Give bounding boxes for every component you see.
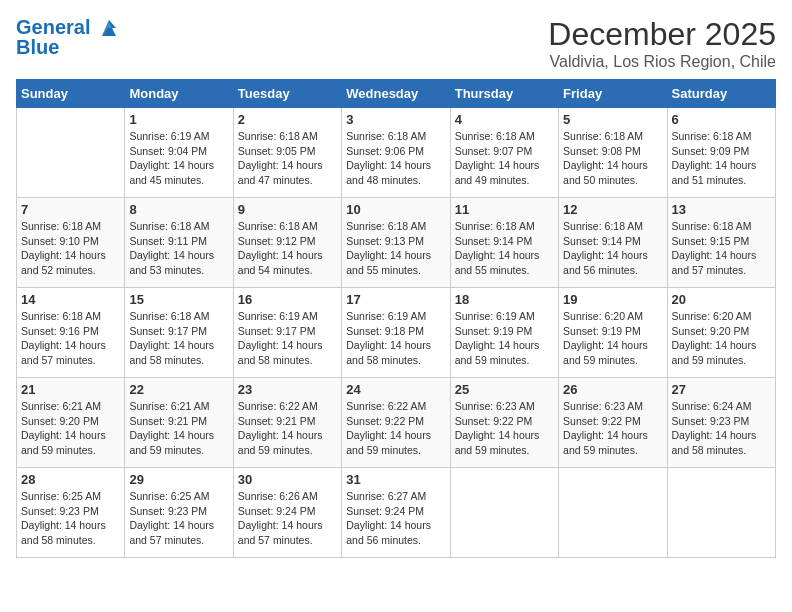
calendar-cell: 22Sunrise: 6:21 AMSunset: 9:21 PMDayligh…: [125, 378, 233, 468]
cell-info: Sunrise: 6:18 AMSunset: 9:14 PMDaylight:…: [563, 219, 662, 278]
calendar-cell: 28Sunrise: 6:25 AMSunset: 9:23 PMDayligh…: [17, 468, 125, 558]
calendar-cell: 10Sunrise: 6:18 AMSunset: 9:13 PMDayligh…: [342, 198, 450, 288]
cell-info: Sunrise: 6:18 AMSunset: 9:10 PMDaylight:…: [21, 219, 120, 278]
cell-info: Sunrise: 6:22 AMSunset: 9:21 PMDaylight:…: [238, 399, 337, 458]
cell-info: Sunrise: 6:26 AMSunset: 9:24 PMDaylight:…: [238, 489, 337, 548]
header-monday: Monday: [125, 80, 233, 108]
day-number: 13: [672, 202, 771, 217]
header-sunday: Sunday: [17, 80, 125, 108]
calendar-cell: [559, 468, 667, 558]
day-number: 30: [238, 472, 337, 487]
cell-info: Sunrise: 6:25 AMSunset: 9:23 PMDaylight:…: [21, 489, 120, 548]
cell-info: Sunrise: 6:21 AMSunset: 9:21 PMDaylight:…: [129, 399, 228, 458]
cell-info: Sunrise: 6:24 AMSunset: 9:23 PMDaylight:…: [672, 399, 771, 458]
day-number: 7: [21, 202, 120, 217]
calendar-cell: 9Sunrise: 6:18 AMSunset: 9:12 PMDaylight…: [233, 198, 341, 288]
day-number: 31: [346, 472, 445, 487]
day-number: 14: [21, 292, 120, 307]
header-tuesday: Tuesday: [233, 80, 341, 108]
location-subtitle: Valdivia, Los Rios Region, Chile: [548, 53, 776, 71]
day-number: 21: [21, 382, 120, 397]
cell-info: Sunrise: 6:27 AMSunset: 9:24 PMDaylight:…: [346, 489, 445, 548]
cell-info: Sunrise: 6:22 AMSunset: 9:22 PMDaylight:…: [346, 399, 445, 458]
cell-info: Sunrise: 6:21 AMSunset: 9:20 PMDaylight:…: [21, 399, 120, 458]
header-saturday: Saturday: [667, 80, 775, 108]
calendar-week-row: 28Sunrise: 6:25 AMSunset: 9:23 PMDayligh…: [17, 468, 776, 558]
cell-info: Sunrise: 6:20 AMSunset: 9:20 PMDaylight:…: [672, 309, 771, 368]
cell-info: Sunrise: 6:18 AMSunset: 9:07 PMDaylight:…: [455, 129, 554, 188]
day-number: 23: [238, 382, 337, 397]
cell-info: Sunrise: 6:18 AMSunset: 9:15 PMDaylight:…: [672, 219, 771, 278]
cell-info: Sunrise: 6:19 AMSunset: 9:19 PMDaylight:…: [455, 309, 554, 368]
header-friday: Friday: [559, 80, 667, 108]
day-number: 22: [129, 382, 228, 397]
calendar-week-row: 21Sunrise: 6:21 AMSunset: 9:20 PMDayligh…: [17, 378, 776, 468]
calendar-cell: [667, 468, 775, 558]
day-number: 20: [672, 292, 771, 307]
cell-info: Sunrise: 6:23 AMSunset: 9:22 PMDaylight:…: [563, 399, 662, 458]
calendar-cell: 19Sunrise: 6:20 AMSunset: 9:19 PMDayligh…: [559, 288, 667, 378]
day-number: 17: [346, 292, 445, 307]
calendar-cell: 29Sunrise: 6:25 AMSunset: 9:23 PMDayligh…: [125, 468, 233, 558]
day-number: 16: [238, 292, 337, 307]
header-wednesday: Wednesday: [342, 80, 450, 108]
day-number: 6: [672, 112, 771, 127]
cell-info: Sunrise: 6:19 AMSunset: 9:04 PMDaylight:…: [129, 129, 228, 188]
day-number: 25: [455, 382, 554, 397]
calendar-cell: 3Sunrise: 6:18 AMSunset: 9:06 PMDaylight…: [342, 108, 450, 198]
cell-info: Sunrise: 6:18 AMSunset: 9:06 PMDaylight:…: [346, 129, 445, 188]
cell-info: Sunrise: 6:18 AMSunset: 9:13 PMDaylight:…: [346, 219, 445, 278]
calendar-cell: 13Sunrise: 6:18 AMSunset: 9:15 PMDayligh…: [667, 198, 775, 288]
day-number: 26: [563, 382, 662, 397]
calendar-cell: 23Sunrise: 6:22 AMSunset: 9:21 PMDayligh…: [233, 378, 341, 468]
day-number: 28: [21, 472, 120, 487]
page-header: General Blue December 2025 Valdivia, Los…: [16, 16, 776, 71]
day-number: 8: [129, 202, 228, 217]
calendar-table: SundayMondayTuesdayWednesdayThursdayFrid…: [16, 79, 776, 558]
calendar-cell: 14Sunrise: 6:18 AMSunset: 9:16 PMDayligh…: [17, 288, 125, 378]
calendar-cell: 6Sunrise: 6:18 AMSunset: 9:09 PMDaylight…: [667, 108, 775, 198]
calendar-cell: 18Sunrise: 6:19 AMSunset: 9:19 PMDayligh…: [450, 288, 558, 378]
cell-info: Sunrise: 6:18 AMSunset: 9:17 PMDaylight:…: [129, 309, 228, 368]
calendar-week-row: 1Sunrise: 6:19 AMSunset: 9:04 PMDaylight…: [17, 108, 776, 198]
logo: General Blue: [16, 16, 120, 59]
calendar-cell: 12Sunrise: 6:18 AMSunset: 9:14 PMDayligh…: [559, 198, 667, 288]
calendar-header-row: SundayMondayTuesdayWednesdayThursdayFrid…: [17, 80, 776, 108]
day-number: 18: [455, 292, 554, 307]
calendar-cell: 27Sunrise: 6:24 AMSunset: 9:23 PMDayligh…: [667, 378, 775, 468]
cell-info: Sunrise: 6:18 AMSunset: 9:12 PMDaylight:…: [238, 219, 337, 278]
header-thursday: Thursday: [450, 80, 558, 108]
day-number: 9: [238, 202, 337, 217]
day-number: 24: [346, 382, 445, 397]
day-number: 4: [455, 112, 554, 127]
calendar-cell: 2Sunrise: 6:18 AMSunset: 9:05 PMDaylight…: [233, 108, 341, 198]
cell-info: Sunrise: 6:18 AMSunset: 9:11 PMDaylight:…: [129, 219, 228, 278]
cell-info: Sunrise: 6:18 AMSunset: 9:05 PMDaylight:…: [238, 129, 337, 188]
cell-info: Sunrise: 6:19 AMSunset: 9:17 PMDaylight:…: [238, 309, 337, 368]
cell-info: Sunrise: 6:18 AMSunset: 9:14 PMDaylight:…: [455, 219, 554, 278]
calendar-cell: 20Sunrise: 6:20 AMSunset: 9:20 PMDayligh…: [667, 288, 775, 378]
calendar-week-row: 14Sunrise: 6:18 AMSunset: 9:16 PMDayligh…: [17, 288, 776, 378]
cell-info: Sunrise: 6:18 AMSunset: 9:16 PMDaylight:…: [21, 309, 120, 368]
cell-info: Sunrise: 6:19 AMSunset: 9:18 PMDaylight:…: [346, 309, 445, 368]
calendar-cell: 15Sunrise: 6:18 AMSunset: 9:17 PMDayligh…: [125, 288, 233, 378]
cell-info: Sunrise: 6:25 AMSunset: 9:23 PMDaylight:…: [129, 489, 228, 548]
day-number: 19: [563, 292, 662, 307]
day-number: 5: [563, 112, 662, 127]
calendar-cell: 24Sunrise: 6:22 AMSunset: 9:22 PMDayligh…: [342, 378, 450, 468]
day-number: 29: [129, 472, 228, 487]
calendar-cell: 11Sunrise: 6:18 AMSunset: 9:14 PMDayligh…: [450, 198, 558, 288]
cell-info: Sunrise: 6:18 AMSunset: 9:08 PMDaylight:…: [563, 129, 662, 188]
calendar-cell: 4Sunrise: 6:18 AMSunset: 9:07 PMDaylight…: [450, 108, 558, 198]
day-number: 27: [672, 382, 771, 397]
calendar-cell: 16Sunrise: 6:19 AMSunset: 9:17 PMDayligh…: [233, 288, 341, 378]
calendar-cell: 7Sunrise: 6:18 AMSunset: 9:10 PMDaylight…: [17, 198, 125, 288]
day-number: 2: [238, 112, 337, 127]
day-number: 11: [455, 202, 554, 217]
calendar-cell: [17, 108, 125, 198]
day-number: 12: [563, 202, 662, 217]
calendar-cell: 31Sunrise: 6:27 AMSunset: 9:24 PMDayligh…: [342, 468, 450, 558]
calendar-cell: 26Sunrise: 6:23 AMSunset: 9:22 PMDayligh…: [559, 378, 667, 468]
calendar-cell: 30Sunrise: 6:26 AMSunset: 9:24 PMDayligh…: [233, 468, 341, 558]
logo-icon: [98, 18, 120, 40]
